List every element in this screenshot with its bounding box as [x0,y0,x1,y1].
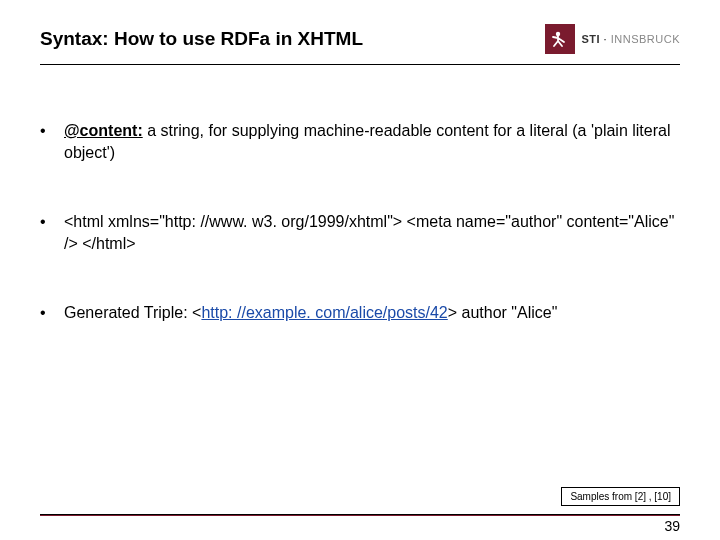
logo-dot: · [600,33,611,45]
bullet-marker: • [40,302,64,324]
content-area: • @content: a string, for supplying mach… [40,120,680,372]
bullet-item: • @content: a string, for supplying mach… [40,120,680,163]
bullet-marker: • [40,211,64,233]
bullet-text: <html xmlns="http: //www. w3. org/1999/x… [64,211,680,254]
bullet-post: > author "Alice" [448,304,558,321]
logo-text: STI · INNSBRUCK [581,33,680,45]
bullet-text: @content: a string, for supplying machin… [64,120,680,163]
divider-top [40,64,680,65]
page-number: 39 [664,518,680,534]
triple-link[interactable]: http: //example. com/alice/posts/42 [201,304,447,321]
bullet-text: Generated Triple: <http: //example. com/… [64,302,680,324]
header: Syntax: How to use RDFa in XHTML STI · I… [40,24,680,54]
logo: STI · INNSBRUCK [545,24,680,54]
logo-sti: STI [581,33,600,45]
bullet-rest: a string, for supplying machine-readable… [64,122,670,161]
bullet-item: • Generated Triple: <http: //example. co… [40,302,680,324]
logo-innsbruck: INNSBRUCK [611,33,680,45]
slide-title: Syntax: How to use RDFa in XHTML [40,28,363,50]
bullet-lead: @content: [64,122,143,139]
bullet-pre: Generated Triple: < [64,304,201,321]
divider-bottom [40,514,680,516]
bullet-marker: • [40,120,64,142]
samples-citation: Samples from [2] , [10] [561,487,680,506]
bullet-item: • <html xmlns="http: //www. w3. org/1999… [40,211,680,254]
sti-logo-icon [545,24,575,54]
slide: Syntax: How to use RDFa in XHTML STI · I… [0,0,720,540]
